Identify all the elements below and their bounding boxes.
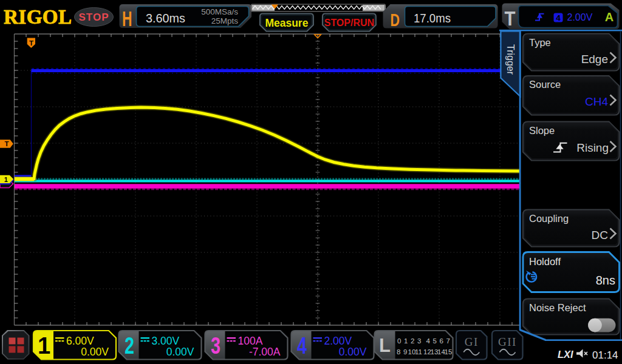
svg-text:4: 4 — [426, 337, 431, 345]
svg-text:Slope: Slope — [529, 125, 555, 136]
svg-text:1: 1 — [404, 337, 408, 345]
svg-text:3.60ms: 3.60ms — [146, 11, 185, 25]
svg-text:8: 8 — [397, 348, 400, 356]
svg-text:GI: GI — [465, 335, 479, 348]
svg-text:Holdoff: Holdoff — [529, 256, 561, 267]
svg-text:2: 2 — [125, 333, 134, 359]
svg-text:Coupling: Coupling — [529, 213, 569, 224]
svg-text:3: 3 — [211, 333, 220, 359]
svg-text:L: L — [379, 335, 391, 356]
svg-text:4: 4 — [556, 13, 561, 22]
svg-text:T: T — [29, 39, 33, 47]
svg-text:DC: DC — [592, 229, 608, 241]
svg-text:0.00V: 0.00V — [339, 346, 367, 358]
svg-text:Measure: Measure — [265, 17, 308, 29]
svg-text:1: 1 — [38, 333, 50, 359]
svg-text:Edge: Edge — [581, 53, 608, 66]
svg-text:5: 5 — [433, 337, 437, 345]
svg-text:0: 0 — [397, 337, 401, 345]
svg-text:4: 4 — [297, 333, 307, 359]
svg-text:D: D — [391, 10, 400, 30]
svg-text:Rising: Rising — [576, 141, 609, 154]
svg-text:T: T — [4, 140, 9, 147]
svg-text:15: 15 — [445, 348, 453, 356]
svg-text:RIGOL: RIGOL — [4, 6, 72, 28]
svg-text:11: 11 — [415, 348, 422, 356]
svg-text:25Mpts: 25Mpts — [211, 16, 239, 25]
svg-text:7: 7 — [446, 337, 450, 345]
svg-text:0.00V: 0.00V — [166, 346, 194, 358]
svg-text:6: 6 — [440, 337, 443, 345]
svg-text:-7.00A: -7.00A — [249, 346, 281, 358]
svg-text:T: T — [505, 7, 516, 30]
svg-text:500MSa/s: 500MSa/s — [201, 7, 238, 16]
svg-text:1: 1 — [4, 176, 8, 183]
svg-text:9: 9 — [403, 348, 407, 356]
svg-text:H: H — [122, 7, 132, 30]
svg-text:0.00V: 0.00V — [81, 346, 109, 358]
svg-text:01:14: 01:14 — [592, 349, 618, 361]
svg-text:Trigger: Trigger — [505, 44, 516, 75]
svg-text:2: 2 — [411, 337, 414, 345]
svg-text:17.0ms: 17.0ms — [414, 11, 451, 25]
svg-text:Noise Reject: Noise Reject — [529, 302, 586, 313]
svg-text:A: A — [605, 10, 613, 24]
svg-text:2.00V: 2.00V — [567, 12, 593, 22]
svg-text:Source: Source — [529, 79, 561, 90]
svg-text:Type: Type — [529, 37, 551, 48]
svg-text:3: 3 — [417, 337, 421, 345]
svg-text:GII: GII — [498, 335, 517, 348]
svg-text:LXI: LXI — [558, 349, 573, 360]
svg-text:8ns: 8ns — [596, 274, 615, 287]
svg-text:STOP/RUN: STOP/RUN — [324, 18, 374, 28]
svg-text:STOP: STOP — [79, 12, 109, 23]
svg-text:CH4: CH4 — [585, 95, 608, 108]
